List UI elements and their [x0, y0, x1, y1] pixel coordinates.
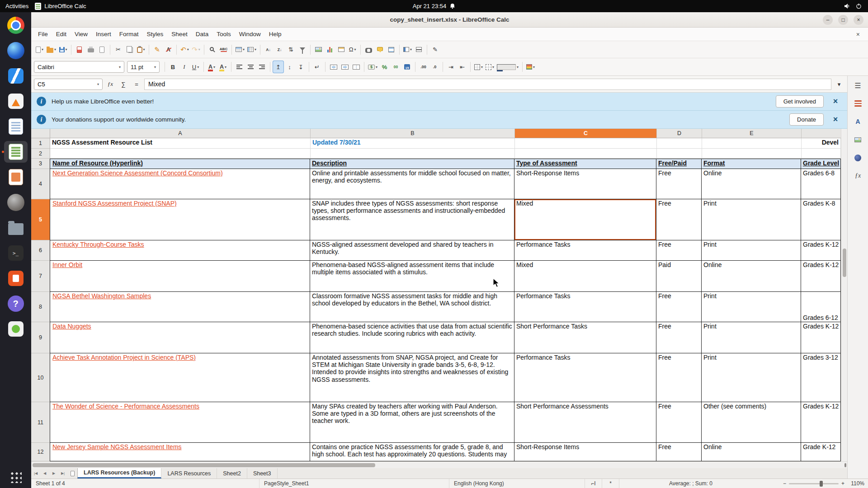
cell-C4[interactable]: Short-Response Items: [514, 169, 656, 199]
menu-format[interactable]: Format: [115, 29, 143, 39]
cell-B4[interactable]: Online and printable assessments for mid…: [310, 169, 514, 199]
cell-C1[interactable]: [515, 138, 657, 149]
cell-D2[interactable]: [657, 149, 702, 159]
special-character-button[interactable]: Ω▾: [347, 43, 358, 56]
title-bar[interactable]: copy_sheet_insert.xlsx - LibreOffice Cal…: [31, 12, 868, 28]
clear-formatting-button[interactable]: A: [163, 43, 174, 56]
headers-footers-button[interactable]: [386, 43, 397, 56]
open-button[interactable]: ▾: [45, 43, 57, 56]
cell-A10[interactable]: Achieve Task Annotation Project in Scien…: [50, 353, 310, 402]
sheet-tab-sheet2[interactable]: Sheet2: [217, 468, 247, 479]
autofilter-button[interactable]: [297, 43, 308, 56]
paste-button[interactable]: ▾: [135, 43, 146, 56]
libreoffice-calc-icon[interactable]: [4, 141, 28, 163]
decrease-indent-button[interactable]: ⇤: [457, 61, 468, 73]
cell-C7[interactable]: Mixed: [514, 261, 656, 292]
export-pdf-button[interactable]: [74, 43, 85, 56]
function-wizard-button[interactable]: ƒx: [105, 79, 116, 89]
redo-button[interactable]: ↷▾: [190, 43, 202, 56]
cell-F8[interactable]: Grades 6-12: [801, 292, 841, 322]
format-percent-button[interactable]: %: [379, 61, 390, 73]
infobar-close-icon[interactable]: ×: [829, 97, 842, 106]
add-sheet-button[interactable]: [67, 468, 77, 479]
vlc-icon[interactable]: [4, 90, 28, 112]
format-currency-button[interactable]: $▾: [367, 61, 379, 73]
cell-F5[interactable]: Grades K-8: [801, 199, 841, 240]
ubuntu-software-icon[interactable]: [4, 267, 28, 289]
maximize-button[interactable]: □: [838, 15, 848, 25]
column-header-E[interactable]: E: [702, 129, 802, 138]
select-sum-button[interactable]: ∑: [118, 79, 129, 89]
menu-help[interactable]: Help: [265, 29, 286, 39]
merge-center-button[interactable]: [328, 61, 339, 73]
cell-A6[interactable]: Kentucky Through-Course Tasks: [50, 240, 310, 261]
underline-button[interactable]: U▾: [190, 61, 201, 73]
merge-cells-button[interactable]: [339, 61, 350, 73]
bold-button[interactable]: B: [167, 61, 179, 73]
row-header-4[interactable]: 4: [31, 169, 50, 199]
cell-A7[interactable]: Inner Orbit: [50, 261, 310, 292]
menu-styles[interactable]: Styles: [143, 29, 168, 39]
italic-button[interactable]: I: [179, 61, 190, 73]
cell-C3[interactable]: Type of Assessment: [514, 159, 656, 169]
format-number-button[interactable]: 00: [390, 61, 401, 73]
cell-B1[interactable]: Updated 7/30/21: [311, 138, 515, 149]
cell-F11[interactable]: Grades K-12: [801, 402, 841, 443]
copy-button[interactable]: [124, 43, 135, 56]
sheet-tab-lars-resources[interactable]: LARS Resources: [161, 468, 217, 479]
cell-B12[interactable]: Contains one practice NGSS assessments f…: [310, 443, 514, 461]
help-icon[interactable]: ?: [4, 293, 28, 314]
find-replace-button[interactable]: [207, 43, 218, 56]
delete-decimal-button[interactable]: .0: [429, 61, 440, 73]
cell-A5[interactable]: Stanford NGSS Assessment Project (SNAP): [50, 199, 310, 240]
hyperlink-button[interactable]: [363, 43, 374, 56]
menu-data[interactable]: Data: [192, 29, 213, 39]
cell-D1[interactable]: [657, 138, 702, 149]
first-sheet-button[interactable]: |◀: [31, 468, 40, 479]
cell-F6[interactable]: Grades K-12: [801, 240, 841, 261]
cell-A11[interactable]: The Wonder of Science - Performance Asse…: [50, 402, 310, 443]
terminal-icon[interactable]: >_: [4, 242, 28, 264]
sort-descending-button[interactable]: Z↓: [274, 43, 285, 56]
cell-B11[interactable]: Many SPAs created by teachers after work…: [310, 402, 514, 443]
sheet-tab-lars-resources-backup[interactable]: LARS Resources (Backup): [77, 468, 161, 479]
sidebar-properties-tab[interactable]: [851, 98, 865, 109]
cell-A12[interactable]: New Jersey Sample NGSS Assessment Items: [50, 443, 310, 461]
zoom-in-button[interactable]: +: [841, 480, 844, 487]
cell-B5[interactable]: SNAP includes three types of NGSS assess…: [310, 199, 514, 240]
align-right-button[interactable]: [256, 61, 268, 73]
name-box[interactable]: C5▾: [34, 79, 103, 90]
cell-E8[interactable]: Print: [702, 292, 801, 322]
horizontal-scrollbar[interactable]: [31, 461, 847, 468]
row-header-6[interactable]: 6: [31, 240, 50, 261]
cell-E12[interactable]: Online: [702, 443, 801, 461]
insert-comment-button[interactable]: [374, 43, 386, 56]
sidebar-functions-tab[interactable]: ƒx: [851, 170, 865, 182]
cell-D6[interactable]: Free: [656, 240, 702, 261]
cell-B2[interactable]: [311, 149, 515, 159]
row-header-9[interactable]: 9: [31, 322, 50, 353]
new-document-button[interactable]: ▾: [34, 43, 45, 56]
align-bottom-button[interactable]: ↧: [295, 61, 307, 73]
column-menu-button[interactable]: ▾: [246, 43, 258, 56]
cell-A8[interactable]: NGSA Bethel Washington Samples: [50, 292, 310, 322]
align-left-button[interactable]: [234, 61, 245, 73]
cell-A3[interactable]: Name of Resource (Hyperlink): [50, 159, 310, 169]
cell-A2[interactable]: [50, 149, 311, 159]
row-menu-button[interactable]: ▾: [234, 43, 246, 56]
freeze-panes-button[interactable]: ▾: [402, 43, 413, 56]
vscode-icon[interactable]: [4, 65, 28, 87]
cell-D11[interactable]: Free: [656, 402, 702, 443]
row-header-8[interactable]: 8: [31, 292, 50, 322]
align-center-button[interactable]: [245, 61, 256, 73]
select-all-corner[interactable]: [31, 129, 50, 138]
zoom-level-label[interactable]: 110%: [847, 480, 864, 487]
selection-summary-label[interactable]: Average: ; Sum: 0: [619, 479, 783, 488]
font-color-button[interactable]: A▾: [206, 61, 217, 73]
next-sheet-button[interactable]: ▶: [49, 468, 58, 479]
donate-button[interactable]: Donate: [789, 113, 824, 126]
cell-F12[interactable]: Grade K-12: [801, 443, 841, 461]
column-header-B[interactable]: B: [311, 129, 515, 138]
show-draw-functions-button[interactable]: ✎: [429, 43, 441, 56]
close-document-button[interactable]: ×: [854, 31, 863, 38]
